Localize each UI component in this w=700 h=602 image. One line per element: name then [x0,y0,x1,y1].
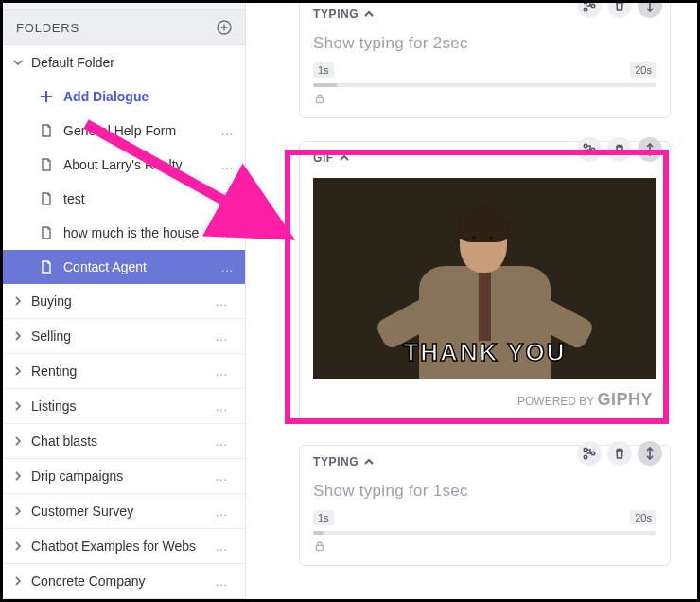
chevron-down-icon [12,57,24,68]
chevron-right-icon [12,505,24,517]
typing-slider[interactable]: 1s 20s [313,62,656,104]
dialogue-item[interactable]: About Larry's Realty … [3,148,245,182]
typing-card: TYPING Show typing for 2sec 1s 20s [299,3,671,118]
svg-point-5 [584,3,586,4]
svg-rect-9 [317,98,324,103]
more-icon[interactable]: … [220,191,236,206]
folder-item[interactable]: Drip campaigns… [3,459,245,494]
more-icon[interactable]: … [220,123,236,138]
slider-fill [313,83,337,87]
more-icon[interactable]: … [211,539,234,554]
dialogue-item[interactable]: General Help Form … [3,114,245,148]
folders-title: FOLDERS [16,21,79,35]
more-icon[interactable]: … [211,469,234,484]
slider-min: 1s [313,510,334,525]
svg-point-11 [584,151,586,154]
folder-label: Renting [31,363,211,379]
branch-icon[interactable] [577,137,602,162]
chevron-right-icon [12,435,24,447]
trash-icon[interactable] [607,137,632,162]
dialogue-item[interactable]: how much is the house … [3,216,245,250]
add-folder-icon[interactable] [217,20,232,35]
giphy-brand: GIPHY [597,390,653,409]
lock-icon [311,91,328,106]
more-icon[interactable]: … [211,363,234,379]
svg-point-12 [591,148,594,150]
card-title[interactable]: TYPING [313,455,374,469]
svg-point-15 [584,455,586,458]
dialogue-label: About Larry's Realty [63,157,220,172]
dialogue-item-selected[interactable]: Contact Agent … [3,250,245,284]
document-icon [39,259,54,274]
drag-handle-icon[interactable] [638,441,662,466]
folder-item[interactable]: Customer Survey… [3,494,245,529]
folder-label: Default Folder [31,55,234,70]
slider-max: 20s [630,62,656,78]
folder-item[interactable]: Concrete Company… [3,564,245,599]
document-icon [39,191,54,206]
folder-item[interactable]: Selling… [3,319,245,354]
card-title-text: GIF [313,151,334,165]
chevron-right-icon [12,400,24,412]
more-icon[interactable]: … [211,434,234,449]
gif-image[interactable]: THANK YOU [313,178,656,379]
powered-by-text: POWERED BY [517,395,594,408]
folder-label: Drip campaigns [31,469,211,484]
add-dialogue-label: Add Dialogue [63,89,236,104]
document-icon [39,157,54,172]
folder-item[interactable]: Listings… [3,389,245,424]
more-icon[interactable]: … [211,574,234,589]
main-panel: TYPING Show typing for 2sec 1s 20s [246,3,697,599]
folder-item[interactable]: Chatbot Examples for Webs… [3,529,245,564]
trash-icon[interactable] [607,441,632,466]
chevron-right-icon [12,295,24,307]
folder-item[interactable]: Chat blasts… [3,424,245,459]
svg-rect-18 [317,546,324,551]
dialogue-item[interactable]: test … [3,182,245,216]
card-title[interactable]: GIF [313,151,349,165]
typing-card: TYPING Show typing for 1sec 1s 20s [299,445,671,566]
more-icon[interactable]: … [220,259,236,274]
more-icon[interactable]: … [220,157,236,172]
plus-icon [39,89,54,104]
chevron-right-icon [12,575,24,587]
card-title[interactable]: TYPING [313,8,374,21]
more-icon[interactable]: … [211,293,234,309]
drag-handle-icon[interactable] [638,3,662,18]
more-icon[interactable]: … [211,398,234,414]
document-icon [39,123,54,138]
branch-icon[interactable] [577,3,602,18]
more-icon[interactable]: … [211,504,234,519]
chevron-right-icon [12,365,24,377]
folder-default[interactable]: Default Folder [3,45,245,80]
gif-card: GIF [299,141,671,422]
card-title-text: TYPING [313,8,359,21]
drag-handle-icon[interactable] [638,137,662,162]
typing-text: Show typing for 1sec [313,476,656,510]
svg-point-14 [584,448,586,451]
slider-fill [313,531,324,535]
folder-item[interactable]: Renting… [3,354,245,389]
folder-label: Selling [31,328,211,344]
branch-icon[interactable] [577,441,602,466]
slider-track [313,531,656,535]
folder-label: Listings [31,398,211,414]
folder-label: Buying [31,293,211,309]
dialogue-label: Contact Agent [63,259,220,274]
slider-track [313,83,656,87]
more-icon[interactable]: … [220,225,236,240]
folder-item[interactable]: Buying… [3,284,245,319]
more-icon[interactable]: … [211,328,234,344]
chevron-right-icon [12,470,24,482]
dialogue-label: how much is the house [63,225,220,240]
dialogue-label: test [63,191,220,206]
trash-icon[interactable] [607,3,632,18]
svg-point-16 [591,452,594,454]
folders-header: FOLDERS [3,10,245,45]
folder-label: Chat blasts [31,434,211,449]
dialogues-list: Add Dialogue General Help Form … About L… [3,80,245,284]
chevron-right-icon [12,330,24,342]
sidebar: FOLDERS Default Folder Add Dialogue Gene… [3,3,246,599]
typing-slider[interactable]: 1s 20s [313,510,656,552]
add-dialogue-button[interactable]: Add Dialogue [3,80,245,114]
